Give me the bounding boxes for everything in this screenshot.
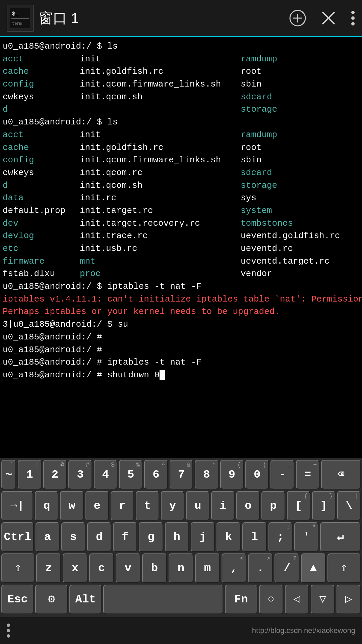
keyboard-key-Ctrl[interactable]: Ctrl xyxy=(1,522,34,552)
keyboard-key-/[interactable]: ?/ xyxy=(275,553,299,583)
keyboard-key-v[interactable]: v xyxy=(116,553,140,583)
keyboard-key-k[interactable]: k xyxy=(217,522,241,552)
keyboard-row-row4: ⇧zxcvbnm<,>.?/▲⇧ xyxy=(1,553,361,583)
terminal-line: u0_a185@android:/ # xyxy=(3,344,359,357)
keyboard-key-~[interactable]: `~ xyxy=(1,460,16,489)
keyboard-key-a[interactable]: a xyxy=(36,522,60,552)
keyboard-key-f[interactable]: f xyxy=(113,522,137,552)
keyboard-key-u[interactable]: u xyxy=(186,491,209,521)
window-title: 窗口 1 xyxy=(39,9,289,28)
keyboard-key-,[interactable]: <, xyxy=(222,553,246,583)
keyboard-key-t[interactable]: t xyxy=(136,491,159,521)
keyboard-key-9[interactable]: (9 xyxy=(220,460,244,489)
keyboard-key-][interactable]: }] xyxy=(312,491,336,521)
svg-text:$_: $_ xyxy=(12,11,19,17)
keyboard-key-h[interactable]: h xyxy=(165,522,189,552)
terminal-line: u0_a185@android:/ # shutdown 0 xyxy=(3,369,359,382)
keyboard-key-space[interactable] xyxy=(103,585,223,614)
terminal-line: fstab.dlxuprocvendor xyxy=(3,268,359,280)
keyboard-key-1[interactable]: !1 xyxy=(18,460,41,489)
keyboard-key-.[interactable]: >. xyxy=(248,553,273,583)
keyboard-key-w[interactable]: w xyxy=(60,491,83,521)
keyboard-key--[interactable]: _- xyxy=(270,460,294,489)
keyboard-key-i[interactable]: i xyxy=(211,491,235,521)
keyboard-key-5[interactable]: %5 xyxy=(119,460,142,489)
keyboard-row-row1: `~!1@2#3$4%5^6&7*8(9)0_-+=⌫ xyxy=(1,460,361,489)
terminal-line: 3|u0_a185@android:/ $ su xyxy=(3,318,359,331)
terminal-line: u0_a185@android:/ $ ls xyxy=(3,116,359,129)
terminal-line: acctinitramdump xyxy=(3,129,359,142)
keyboard-key-g[interactable]: g xyxy=(139,522,163,552)
terminal-output[interactable]: u0_a185@android:/ $ lsacctinitramdumpcac… xyxy=(0,37,362,458)
keyboard-key-6[interactable]: ^6 xyxy=(144,460,168,489)
keyboard-key-Fn[interactable]: Fn xyxy=(225,585,257,614)
terminal-line: configinit.qcom.firmware_links.shsbin xyxy=(3,78,359,91)
keyboard-row-row3: Ctrlasdfghjkl:;"'↵ xyxy=(1,522,361,552)
keyboard-key-⇧[interactable]: ⇧ xyxy=(1,553,35,583)
keyboard-key-c[interactable]: c xyxy=(89,553,114,583)
terminal-line: u0_a185@android:/ $ iptables -t nat -F xyxy=(3,280,359,293)
terminal-line: cwkeysinit.qcom.shsdcard xyxy=(3,91,359,104)
terminal-line: u0_a185@android:/ $ ls xyxy=(3,40,359,53)
keyboard-key-l[interactable]: l xyxy=(242,522,266,552)
keyboard-key-Alt[interactable]: Alt xyxy=(69,585,102,614)
svg-point-9 xyxy=(351,11,355,14)
keyboard-key-▲[interactable]: ▲ xyxy=(301,553,326,583)
terminal-line: configinit.qcom.firmware_links.shsbin xyxy=(3,154,359,167)
keyboard-key-○[interactable]: ○ xyxy=(259,585,283,614)
keyboard-key-2[interactable]: @2 xyxy=(43,460,67,489)
terminal-line: u0_a185@android:/ # iptables -t nat -F xyxy=(3,356,359,369)
keyboard-key-Esc[interactable]: Esc xyxy=(1,585,34,614)
terminal-line: datainit.rcsys xyxy=(3,192,359,205)
keyboard-key-q[interactable]: q xyxy=(35,491,58,521)
keyboard-key-z[interactable]: z xyxy=(36,553,61,583)
keyboard-key-;[interactable]: :; xyxy=(268,522,293,552)
keyboard-key-7[interactable]: &7 xyxy=(170,460,193,489)
keyboard-key-x[interactable]: x xyxy=(63,553,87,583)
terminal-line: dinit.qcom.shstorage xyxy=(3,179,359,192)
keyboard-key-\[interactable]: |\ xyxy=(337,491,361,521)
terminal-line: firmwaremntueventd.target.rc xyxy=(3,255,359,268)
keyboard-key-j[interactable]: j xyxy=(191,522,215,552)
menu-button[interactable] xyxy=(351,9,355,27)
keyboard-key-e[interactable]: e xyxy=(85,491,109,521)
svg-point-11 xyxy=(351,22,355,25)
bottom-bar: http://blog.csdn.net/xiaokewong xyxy=(0,617,362,644)
keyboard-key-↵[interactable]: ↵ xyxy=(320,522,361,552)
keyboard-key-8[interactable]: *8 xyxy=(195,460,218,489)
keyboard-key-◁[interactable]: ◁ xyxy=(285,585,309,614)
terminal-app-icon: $_ term xyxy=(7,5,34,32)
keyboard-row-row2: →|qwertyuiop{[}]|\ xyxy=(1,491,361,521)
add-window-button[interactable] xyxy=(289,9,306,27)
keyboard-key-3[interactable]: #3 xyxy=(68,460,92,489)
keyboard-key-⌫[interactable]: ⌫ xyxy=(321,460,361,489)
svg-rect-2 xyxy=(11,18,29,19)
keyboard-key-o[interactable]: o xyxy=(236,491,260,521)
keyboard-key-=[interactable]: += xyxy=(296,460,319,489)
keyboard-key-d[interactable]: d xyxy=(87,522,111,552)
keyboard-key-▽[interactable]: ▽ xyxy=(311,585,335,614)
keyboard-row-row5: Esc⚙AltFn○◁▽▷ xyxy=(1,585,361,614)
keyboard-key-p[interactable]: p xyxy=(261,491,285,521)
close-window-button[interactable] xyxy=(320,9,337,27)
terminal-line: cwkeysinit.qcom.rcsdcard xyxy=(3,167,359,179)
keyboard-key-→|[interactable]: →| xyxy=(1,491,33,521)
keyboard-key-n[interactable]: n xyxy=(169,553,193,583)
terminal-line: dstorage xyxy=(3,103,359,116)
svg-point-10 xyxy=(351,16,355,20)
keyboard-key-[[interactable]: {[ xyxy=(287,491,310,521)
terminal-line: Perhaps iptables or your kernel needs to… xyxy=(3,306,359,318)
overflow-menu-icon[interactable] xyxy=(7,624,10,638)
keyboard-key-y[interactable]: y xyxy=(161,491,184,521)
keyboard-key-m[interactable]: m xyxy=(195,553,220,583)
bottom-url: http://blog.csdn.net/xiaokewong xyxy=(252,626,355,635)
keyboard-key-b[interactable]: b xyxy=(142,553,167,583)
keyboard-key-⇧[interactable]: ⇧ xyxy=(327,553,361,583)
keyboard-key-'[interactable]: "' xyxy=(294,522,318,552)
keyboard-key-▷[interactable]: ▷ xyxy=(337,585,361,614)
keyboard-key-4[interactable]: $4 xyxy=(94,460,117,489)
keyboard-key-s[interactable]: s xyxy=(61,522,85,552)
keyboard-key-r[interactable]: r xyxy=(111,491,134,521)
keyboard-key-⚙[interactable]: ⚙ xyxy=(35,585,67,614)
keyboard-key-0[interactable]: )0 xyxy=(245,460,269,489)
